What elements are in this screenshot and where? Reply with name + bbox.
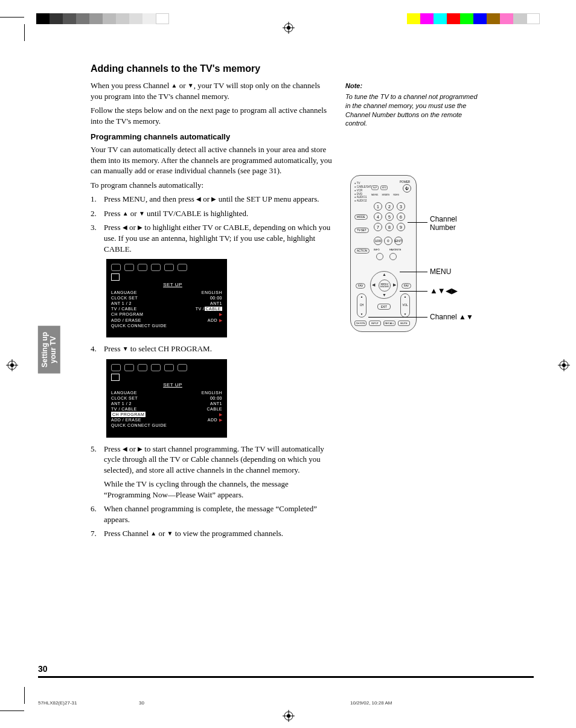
- left-triangle-icon: ◀: [123, 445, 127, 452]
- remote-bottom-button: MUTE: [398, 321, 410, 326]
- callout-menu: MENU: [430, 267, 451, 276]
- right-triangle-icon: ▶: [138, 224, 142, 231]
- right-arrow-icon: ▶: [219, 418, 223, 422]
- osd-title: SET UP: [111, 382, 222, 388]
- up-triangle-icon: ▲: [150, 530, 156, 537]
- remote-bottom-row: CH RTN INPUT RECALL MUTE: [354, 321, 410, 326]
- tv-icon: [111, 374, 120, 381]
- page-title: Adding channels to the TV's memory: [91, 63, 332, 74]
- registration-mark-right: [558, 359, 570, 371]
- note-body: To tune the TV to a channel not programm…: [345, 92, 478, 128]
- body-paragraph: To program channels automatically:: [91, 180, 332, 191]
- num-button: 6: [397, 212, 405, 221]
- tvset-button: TV-SET: [354, 228, 369, 233]
- down-triangle-icon: ▼: [139, 210, 145, 217]
- osd-title: SET UP: [111, 282, 222, 287]
- num-button: 7: [374, 223, 382, 231]
- osd-screenshot-2: SET UP LANGUAGEENGLISH CLOCK SET00:00 AN…: [106, 359, 227, 438]
- intro-paragraph-2: Follow the steps below and on the next p…: [91, 105, 332, 126]
- right-arrow-icon: ▶: [219, 412, 223, 417]
- remote-numpad: 1 2 3 4 5 6 7 8 9: [374, 202, 406, 231]
- intro-paragraph-1: When you press Channel ▲ or ▼, your TV w…: [91, 80, 332, 101]
- svg-point-3: [287, 26, 290, 30]
- remote-bottom-num-row: 100 0 ENT: [374, 237, 403, 245]
- callout-line: [408, 222, 427, 223]
- osd-tab-icon: [164, 364, 174, 371]
- osd-tab-icon: [111, 364, 121, 371]
- remote-round-button: [389, 253, 397, 260]
- chapter-tab: Setting up your TV: [38, 326, 60, 374]
- page-number: 30: [38, 664, 48, 674]
- svg-point-7: [10, 363, 14, 367]
- steps-list: 4. Press ▼ to select CH PROGRAM.: [91, 343, 332, 354]
- mode-button: MODE: [354, 214, 368, 220]
- num-button: 0: [384, 237, 392, 245]
- num-button: 100: [374, 237, 382, 245]
- step-item: 2. Press ▲ or ▼ until TV/CABLE is highli…: [104, 208, 332, 219]
- fav-button: FAV: [356, 283, 365, 289]
- osd-tab-icon: [138, 264, 147, 271]
- crop-mark: [24, 24, 25, 41]
- info-label: INFO: [374, 248, 380, 251]
- remote-body: TV CABLE/SAT VCR DVD AUDIO1 AUDIO2 POWER…: [350, 175, 417, 332]
- power-label: POWER: [400, 180, 410, 184]
- osd-tab-icon: [151, 364, 161, 371]
- step-item: 6.When channel programming is complete, …: [104, 503, 332, 525]
- right-triangle-icon: ▶: [138, 445, 142, 452]
- registration-mark-left: [6, 359, 18, 371]
- num-button: 5: [385, 212, 394, 221]
- step-item: 7. Press Channel ▲ or ▼ to view the prog…: [104, 528, 332, 539]
- remote-dpad: MENU/ ENTER ▲ ▼ ◀ ▶: [370, 271, 398, 299]
- section-subheading: Programming channels automatically: [91, 132, 332, 141]
- left-triangle-icon: ◀: [196, 196, 201, 202]
- remote-bottom-button: INPUT: [369, 321, 381, 326]
- vol-rocker: ▲VOL▼: [400, 293, 410, 318]
- down-triangle-icon: ▼: [123, 345, 129, 352]
- steps-list: 5. Press ◀ or ▶ to start channel program…: [91, 444, 332, 539]
- favorite-label: FAVORITE: [389, 248, 401, 251]
- exit-button: EXIT: [377, 304, 391, 310]
- main-column: Adding channels to the TV's memory When …: [91, 63, 332, 543]
- right-arrow-icon: ▶: [393, 283, 396, 287]
- body-paragraph: Your TV can automatically detect all act…: [91, 144, 332, 176]
- up-triangle-icon: ▲: [123, 210, 129, 217]
- svg-point-15: [287, 714, 290, 718]
- osd-tab-icon: [178, 364, 187, 371]
- right-arrow-icon: ▶: [219, 318, 223, 322]
- num-button: 9: [397, 223, 405, 231]
- osd-screenshot-1: SET UP LANGUAGEENGLISH CLOCK SET00:00 AN…: [106, 259, 227, 337]
- down-arrow-icon: ▼: [382, 293, 386, 298]
- left-arrow-icon: ◀: [372, 283, 375, 287]
- callout-line: [400, 291, 427, 292]
- step-item: 4. Press ▼ to select CH PROGRAM.: [104, 343, 332, 354]
- osd-tab-icon: [178, 264, 187, 271]
- step-item: 5. Press ◀ or ▶ to start channel program…: [104, 444, 332, 500]
- num-button: 2: [385, 202, 394, 211]
- remote-bottom-button: CH RTN: [354, 321, 366, 326]
- footer-page: 30: [139, 700, 144, 706]
- remote-diagram: TV CABLE/SAT VCR DVD AUDIO1 AUDIO2 POWER…: [350, 175, 531, 332]
- remote-device-list: TV CABLE/SAT VCR DVD AUDIO1 AUDIO2: [354, 182, 371, 203]
- remote-small-button: N-P: [371, 185, 379, 190]
- registration-mark-bottom: [283, 710, 295, 722]
- color-registration-bar-left: [36, 13, 169, 24]
- right-arrow-icon: ▶: [219, 311, 223, 317]
- callout-channel-updown: Channel ▲▼: [430, 313, 473, 321]
- footer-rule: [38, 676, 534, 678]
- tv-icon: [111, 273, 120, 281]
- footer-filename: 57HLX82(E)27-31: [38, 700, 77, 706]
- left-triangle-icon: ◀: [123, 224, 127, 231]
- osd-tab-icon: [111, 264, 121, 271]
- step-item: 1. Press MENU, and then press ◀ or ▶ unt…: [104, 194, 332, 205]
- down-triangle-icon: ▼: [167, 530, 173, 537]
- remote-small-button: STD: [380, 185, 388, 190]
- callout-line: [368, 317, 427, 318]
- num-button: ENT: [394, 237, 403, 245]
- action-button: ACTION: [354, 248, 370, 254]
- crop-mark: [0, 710, 24, 711]
- callout-line: [400, 272, 427, 272]
- osd-highlighted-row: CH PROGRAM: [111, 412, 146, 417]
- svg-point-11: [562, 363, 566, 367]
- osd-tab-icon: [138, 364, 147, 371]
- crop-mark: [24, 687, 25, 704]
